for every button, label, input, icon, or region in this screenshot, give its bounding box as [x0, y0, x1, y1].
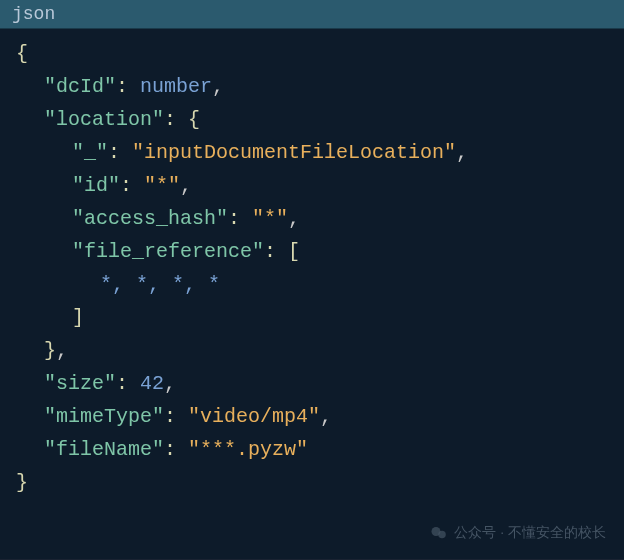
comma: ,: [56, 339, 68, 362]
open-brace: {: [188, 108, 200, 131]
comma: ,: [288, 207, 300, 230]
code-line: "dcId": number,: [0, 70, 624, 103]
comma: ,: [164, 372, 176, 395]
code-line: "access_hash": "*",: [0, 202, 624, 235]
colon: :: [116, 372, 140, 395]
json-value: "***.pyzw": [188, 438, 308, 461]
code-line: ]: [0, 301, 624, 334]
code-line: "size": 42,: [0, 367, 624, 400]
code-line: "file_reference": [: [0, 235, 624, 268]
json-key: "id": [72, 174, 120, 197]
json-key: "dcId": [44, 75, 116, 98]
colon: :: [116, 75, 140, 98]
colon: :: [120, 174, 144, 197]
open-brace: {: [16, 42, 28, 65]
json-value: number: [140, 75, 212, 98]
json-key: "location": [44, 108, 164, 131]
language-label: json: [12, 4, 55, 24]
code-line: }: [0, 466, 624, 499]
json-key: "fileName": [44, 438, 164, 461]
json-key: "file_reference": [72, 240, 264, 263]
close-bracket: ]: [72, 306, 84, 329]
comma: ,: [456, 141, 468, 164]
json-value: "*": [252, 207, 288, 230]
colon: :: [228, 207, 252, 230]
code-line: },: [0, 334, 624, 367]
comma: ,: [212, 75, 224, 98]
open-bracket: [: [288, 240, 300, 263]
colon: :: [264, 240, 288, 263]
json-key: "_": [72, 141, 108, 164]
json-value: *, *, *, *: [100, 273, 220, 296]
comma: ,: [320, 405, 332, 428]
close-brace: }: [44, 339, 56, 362]
code-line: "mimeType": "video/mp4",: [0, 400, 624, 433]
code-line: {: [0, 37, 624, 70]
code-line: "_": "inputDocumentFileLocation",: [0, 136, 624, 169]
json-key: "mimeType": [44, 405, 164, 428]
close-brace: }: [16, 471, 28, 494]
code-line: "id": "*",: [0, 169, 624, 202]
comma: ,: [180, 174, 192, 197]
svg-point-1: [439, 531, 447, 539]
json-key: "size": [44, 372, 116, 395]
code-line: "location": {: [0, 103, 624, 136]
json-value: 42: [140, 372, 164, 395]
code-block: { "dcId": number, "location": { "_": "in…: [0, 29, 624, 559]
watermark-text: 公众号 · 不懂安全的校长: [454, 524, 606, 542]
code-line: *, *, *, *: [0, 268, 624, 301]
colon: :: [164, 108, 188, 131]
json-value: "video/mp4": [188, 405, 320, 428]
watermark: 公众号 · 不懂安全的校长: [430, 524, 606, 542]
json-value: "inputDocumentFileLocation": [132, 141, 456, 164]
colon: :: [108, 141, 132, 164]
colon: :: [164, 405, 188, 428]
wechat-icon: [430, 524, 448, 542]
json-key: "access_hash": [72, 207, 228, 230]
code-language-header: json: [0, 0, 624, 29]
code-line: "fileName": "***.pyzw": [0, 433, 624, 466]
colon: :: [164, 438, 188, 461]
json-value: "*": [144, 174, 180, 197]
